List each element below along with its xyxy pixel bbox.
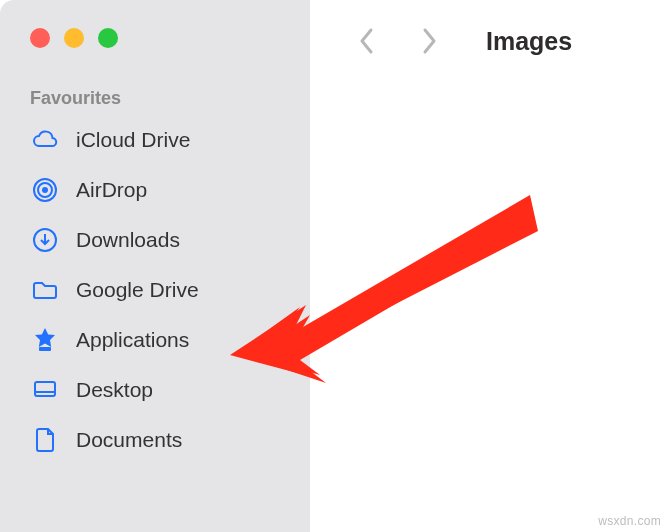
svg-rect-4 [39,347,51,351]
folder-icon [30,275,60,305]
toolbar: Images [310,0,667,58]
sidebar-item-label: Downloads [76,228,180,252]
sidebar-item-label: Documents [76,428,182,452]
sidebar-item-label: Google Drive [76,278,199,302]
content-area: Images [310,0,667,532]
desktop-icon [30,375,60,405]
sidebar: Favourites iCloud Drive AirDrop Download… [0,0,310,532]
svg-rect-5 [35,382,55,396]
document-icon [30,425,60,455]
finder-window: Favourites iCloud Drive AirDrop Download… [0,0,667,532]
forward-button[interactable] [412,24,446,58]
sidebar-item-airdrop[interactable]: AirDrop [0,165,310,215]
sidebar-section-header: Favourites [0,48,310,115]
sidebar-item-label: AirDrop [76,178,147,202]
sidebar-item-desktop[interactable]: Desktop [0,365,310,415]
zoom-window-button[interactable] [98,28,118,48]
close-window-button[interactable] [30,28,50,48]
minimize-window-button[interactable] [64,28,84,48]
sidebar-item-documents[interactable]: Documents [0,415,310,465]
watermark: wsxdn.com [598,514,661,528]
apps-icon [30,325,60,355]
chevron-left-icon [358,26,376,56]
sidebar-item-label: Applications [76,328,189,352]
cloud-icon [30,125,60,155]
sidebar-item-label: Desktop [76,378,153,402]
sidebar-item-icloud-drive[interactable]: iCloud Drive [0,115,310,165]
chevron-right-icon [420,26,438,56]
page-title: Images [486,27,572,56]
airdrop-icon [30,175,60,205]
svg-point-0 [42,187,48,193]
sidebar-item-applications[interactable]: Applications [0,315,310,365]
sidebar-item-google-drive[interactable]: Google Drive [0,265,310,315]
window-controls [0,0,310,48]
download-icon [30,225,60,255]
sidebar-item-downloads[interactable]: Downloads [0,215,310,265]
back-button[interactable] [350,24,384,58]
sidebar-item-label: iCloud Drive [76,128,190,152]
